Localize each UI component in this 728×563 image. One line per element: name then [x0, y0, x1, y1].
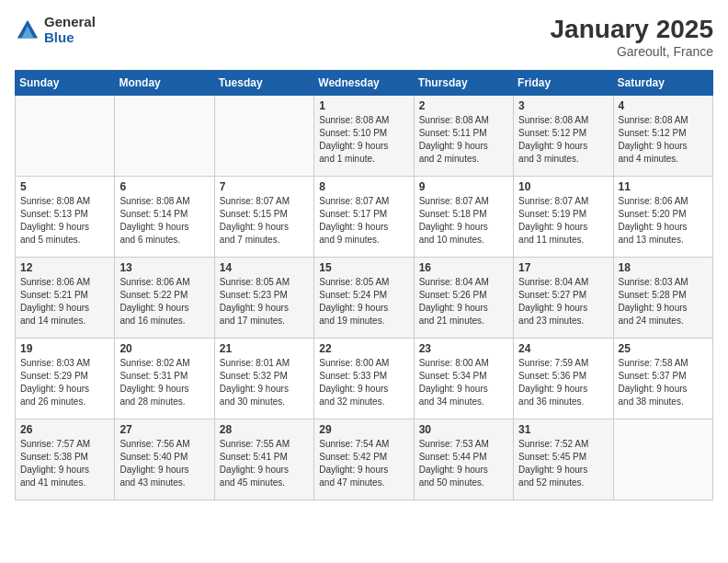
calendar-cell: 14Sunrise: 8:05 AM Sunset: 5:23 PM Dayli… [214, 258, 313, 339]
day-info: Sunrise: 8:08 AM Sunset: 5:12 PM Dayligh… [619, 114, 708, 166]
day-number: 10 [518, 180, 608, 193]
day-number: 20 [119, 342, 209, 355]
day-number: 13 [119, 261, 209, 274]
calendar-week-2: 5Sunrise: 8:08 AM Sunset: 5:13 PM Daylig… [16, 177, 713, 258]
day-info: Sunrise: 8:05 AM Sunset: 5:23 PM Dayligh… [220, 276, 309, 327]
calendar-body: 1Sunrise: 8:08 AM Sunset: 5:10 PM Daylig… [16, 96, 713, 500]
day-info: Sunrise: 8:00 AM Sunset: 5:34 PM Dayligh… [419, 357, 508, 408]
day-info: Sunrise: 8:07 AM Sunset: 5:18 PM Dayligh… [419, 195, 508, 247]
calendar-cell: 3Sunrise: 8:08 AM Sunset: 5:12 PM Daylig… [514, 96, 613, 177]
day-number: 27 [119, 423, 209, 436]
col-header-saturday: Saturday [613, 71, 712, 96]
day-info: Sunrise: 8:08 AM Sunset: 5:11 PM Dayligh… [419, 114, 508, 166]
day-number: 16 [419, 261, 508, 274]
logo: General Blue [15, 15, 96, 45]
day-info: Sunrise: 8:04 AM Sunset: 5:27 PM Dayligh… [518, 276, 608, 327]
day-number: 17 [518, 261, 608, 274]
calendar-title: January 2025 [551, 15, 713, 44]
day-info: Sunrise: 8:01 AM Sunset: 5:32 PM Dayligh… [220, 357, 309, 408]
calendar-cell: 8Sunrise: 8:07 AM Sunset: 5:17 PM Daylig… [314, 177, 414, 258]
logo-general-text: General [44, 15, 96, 30]
calendar-cell: 4Sunrise: 8:08 AM Sunset: 5:12 PM Daylig… [613, 96, 712, 177]
col-header-thursday: Thursday [414, 71, 513, 96]
col-header-sunday: Sunday [16, 71, 115, 96]
calendar-cell: 19Sunrise: 8:03 AM Sunset: 5:29 PM Dayli… [16, 339, 115, 419]
day-number: 11 [619, 180, 708, 193]
day-info: Sunrise: 7:58 AM Sunset: 5:37 PM Dayligh… [619, 357, 708, 408]
calendar-cell: 30Sunrise: 7:53 AM Sunset: 5:44 PM Dayli… [414, 419, 513, 500]
calendar-cell: 16Sunrise: 8:04 AM Sunset: 5:26 PM Dayli… [414, 258, 513, 339]
calendar-cell [16, 96, 115, 177]
day-number: 25 [619, 342, 708, 355]
day-number: 7 [220, 180, 309, 193]
calendar-cell: 13Sunrise: 8:06 AM Sunset: 5:22 PM Dayli… [115, 258, 214, 339]
day-number: 2 [419, 99, 508, 112]
calendar-week-1: 1Sunrise: 8:08 AM Sunset: 5:10 PM Daylig… [16, 96, 713, 177]
day-info: Sunrise: 7:52 AM Sunset: 5:45 PM Dayligh… [518, 438, 608, 489]
calendar-cell: 1Sunrise: 8:08 AM Sunset: 5:10 PM Daylig… [314, 96, 414, 177]
day-number: 19 [20, 342, 109, 355]
day-info: Sunrise: 7:56 AM Sunset: 5:40 PM Dayligh… [119, 438, 209, 489]
col-header-wednesday: Wednesday [314, 71, 414, 96]
day-number: 12 [20, 261, 109, 274]
day-number: 23 [419, 342, 508, 355]
col-header-tuesday: Tuesday [214, 71, 313, 96]
day-info: Sunrise: 8:03 AM Sunset: 5:29 PM Dayligh… [20, 357, 109, 408]
day-number: 26 [20, 423, 109, 436]
day-number: 5 [20, 180, 109, 193]
calendar-cell: 28Sunrise: 7:55 AM Sunset: 5:41 PM Dayli… [214, 419, 313, 500]
calendar-cell: 15Sunrise: 8:05 AM Sunset: 5:24 PM Dayli… [314, 258, 414, 339]
day-number: 31 [518, 423, 608, 436]
calendar-cell: 20Sunrise: 8:02 AM Sunset: 5:31 PM Dayli… [115, 339, 214, 419]
day-info: Sunrise: 8:04 AM Sunset: 5:26 PM Dayligh… [419, 276, 508, 327]
calendar-cell: 6Sunrise: 8:08 AM Sunset: 5:14 PM Daylig… [115, 177, 214, 258]
day-info: Sunrise: 7:55 AM Sunset: 5:41 PM Dayligh… [220, 438, 309, 489]
calendar-cell: 24Sunrise: 7:59 AM Sunset: 5:36 PM Dayli… [514, 339, 613, 419]
day-number: 8 [319, 180, 408, 193]
logo-icon [15, 17, 40, 43]
day-info: Sunrise: 7:59 AM Sunset: 5:36 PM Dayligh… [518, 357, 608, 408]
title-block: January 2025 Gareoult, France [551, 15, 713, 59]
day-number: 30 [419, 423, 508, 436]
page-header: General Blue January 2025 Gareoult, Fran… [15, 15, 713, 59]
day-number: 22 [319, 342, 408, 355]
calendar-cell: 2Sunrise: 8:08 AM Sunset: 5:11 PM Daylig… [414, 96, 513, 177]
calendar-cell: 29Sunrise: 7:54 AM Sunset: 5:42 PM Dayli… [314, 419, 414, 500]
day-info: Sunrise: 8:08 AM Sunset: 5:14 PM Dayligh… [119, 195, 209, 247]
col-header-friday: Friday [514, 71, 613, 96]
col-header-monday: Monday [115, 71, 214, 96]
day-info: Sunrise: 7:57 AM Sunset: 5:38 PM Dayligh… [20, 438, 109, 489]
calendar-cell: 25Sunrise: 7:58 AM Sunset: 5:37 PM Dayli… [613, 339, 712, 419]
day-info: Sunrise: 8:08 AM Sunset: 5:13 PM Dayligh… [20, 195, 109, 247]
calendar-cell: 26Sunrise: 7:57 AM Sunset: 5:38 PM Dayli… [16, 419, 115, 500]
day-info: Sunrise: 8:07 AM Sunset: 5:15 PM Dayligh… [220, 195, 309, 247]
calendar-cell: 18Sunrise: 8:03 AM Sunset: 5:28 PM Dayli… [613, 258, 712, 339]
day-info: Sunrise: 8:07 AM Sunset: 5:19 PM Dayligh… [518, 195, 608, 247]
day-info: Sunrise: 8:07 AM Sunset: 5:17 PM Dayligh… [319, 195, 408, 247]
calendar-cell: 12Sunrise: 8:06 AM Sunset: 5:21 PM Dayli… [16, 258, 115, 339]
calendar-cell: 7Sunrise: 8:07 AM Sunset: 5:15 PM Daylig… [214, 177, 313, 258]
day-info: Sunrise: 8:06 AM Sunset: 5:21 PM Dayligh… [20, 276, 109, 327]
calendar-cell: 27Sunrise: 7:56 AM Sunset: 5:40 PM Dayli… [115, 419, 214, 500]
calendar-cell: 31Sunrise: 7:52 AM Sunset: 5:45 PM Dayli… [514, 419, 613, 500]
calendar-week-4: 19Sunrise: 8:03 AM Sunset: 5:29 PM Dayli… [16, 339, 713, 419]
calendar-cell [214, 96, 313, 177]
day-number: 18 [619, 261, 708, 274]
calendar-table: SundayMondayTuesdayWednesdayThursdayFrid… [15, 70, 713, 500]
calendar-cell: 11Sunrise: 8:06 AM Sunset: 5:20 PM Dayli… [613, 177, 712, 258]
day-number: 29 [319, 423, 408, 436]
day-info: Sunrise: 8:00 AM Sunset: 5:33 PM Dayligh… [319, 357, 408, 408]
calendar-subtitle: Gareoult, France [551, 44, 713, 59]
calendar-week-3: 12Sunrise: 8:06 AM Sunset: 5:21 PM Dayli… [16, 258, 713, 339]
calendar-cell: 9Sunrise: 8:07 AM Sunset: 5:18 PM Daylig… [414, 177, 513, 258]
day-info: Sunrise: 7:53 AM Sunset: 5:44 PM Dayligh… [419, 438, 508, 489]
day-info: Sunrise: 8:02 AM Sunset: 5:31 PM Dayligh… [119, 357, 209, 408]
day-number: 15 [319, 261, 408, 274]
calendar-cell [613, 419, 712, 500]
day-info: Sunrise: 8:06 AM Sunset: 5:22 PM Dayligh… [119, 276, 209, 327]
day-number: 24 [518, 342, 608, 355]
day-number: 21 [220, 342, 309, 355]
calendar-cell: 21Sunrise: 8:01 AM Sunset: 5:32 PM Dayli… [214, 339, 313, 419]
day-info: Sunrise: 8:08 AM Sunset: 5:12 PM Dayligh… [518, 114, 608, 166]
day-info: Sunrise: 8:06 AM Sunset: 5:20 PM Dayligh… [619, 195, 708, 247]
